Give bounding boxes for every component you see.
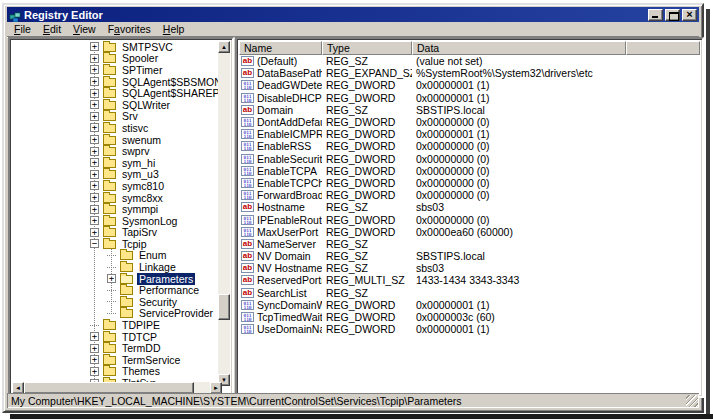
registry-editor-icon bbox=[9, 9, 21, 21]
tree-item-linkage[interactable]: Linkage bbox=[12, 261, 222, 273]
tree-item-swprv[interactable]: +swprv bbox=[12, 145, 222, 157]
expand-box-icon[interactable]: + bbox=[90, 170, 99, 179]
column-header-data[interactable]: Data bbox=[412, 41, 626, 55]
tree-item-sqlwriter[interactable]: +SQLWriter bbox=[12, 99, 222, 111]
expand-box-icon[interactable]: + bbox=[90, 65, 99, 74]
menu-file[interactable]: File bbox=[8, 22, 37, 37]
value-name-cell: 011110MaxUserPort bbox=[239, 226, 322, 238]
scroll-up-icon[interactable]: ▲ bbox=[218, 41, 230, 53]
expand-box-icon[interactable]: + bbox=[90, 332, 99, 341]
resize-grip-icon[interactable] bbox=[686, 395, 698, 407]
tree-item-smtpsvc[interactable]: +SMTPSVC bbox=[12, 41, 222, 53]
value-row-nv-domain[interactable]: abNV DomainREG_SZSBSTIPS.local bbox=[239, 250, 700, 262]
expand-box-icon[interactable]: + bbox=[90, 123, 99, 132]
value-row-domain[interactable]: abDomainREG_SZSBSTIPS.local bbox=[239, 104, 700, 116]
value-row-nameserver[interactable]: abNameServerREG_SZ bbox=[239, 238, 700, 250]
value-row-deadgwdetectd-[interactable]: 011110DeadGWDetectD...REG_DWORD0x0000000… bbox=[239, 79, 700, 91]
tree-item-security[interactable]: Security bbox=[12, 296, 222, 308]
value-row-tcptimedwaitdelay[interactable]: 011110TcpTimedWaitDelayREG_DWORD0x000000… bbox=[239, 311, 700, 323]
expand-box-icon[interactable]: + bbox=[90, 344, 99, 353]
value-row-dontadddefaultg-[interactable]: 011110DontAddDefaultG...REG_DWORD0x00000… bbox=[239, 116, 700, 128]
tree-item-sptimer[interactable]: +SPTimer bbox=[12, 64, 222, 76]
expand-box-icon[interactable]: + bbox=[90, 89, 99, 98]
expand-box-icon[interactable]: + bbox=[90, 216, 99, 225]
expand-box-icon[interactable]: + bbox=[90, 112, 99, 121]
expand-box-icon[interactable]: + bbox=[90, 181, 99, 190]
tree-item-tcpip[interactable]: −Tcpip bbox=[12, 238, 222, 250]
expand-box-icon[interactable]: + bbox=[90, 158, 99, 167]
expand-box-icon[interactable]: + bbox=[90, 135, 99, 144]
value-name-cell: 011110EnableRSS bbox=[239, 140, 322, 152]
expand-box-icon[interactable]: + bbox=[90, 54, 99, 63]
close-button-icon[interactable] bbox=[682, 9, 697, 21]
tree-item-symc810[interactable]: +symc810 bbox=[12, 180, 222, 192]
collapse-box-icon[interactable]: − bbox=[90, 239, 99, 248]
expand-box-icon[interactable]: + bbox=[90, 100, 99, 109]
value-row-enablerss[interactable]: 011110EnableRSSREG_DWORD0x00000000 (0) bbox=[239, 140, 700, 152]
vertical-scroll-track[interactable] bbox=[218, 53, 230, 374]
tree-item-symmpi[interactable]: +symmpi bbox=[12, 203, 222, 215]
value-row-nv-hostname[interactable]: abNV HostnameREG_SZsbs03 bbox=[239, 262, 700, 274]
minimize-button-icon[interactable] bbox=[648, 9, 663, 21]
maximize-button-icon[interactable] bbox=[665, 9, 680, 21]
tree-item-sym_hi[interactable]: +sym_hi bbox=[12, 157, 222, 169]
tree-item-spooler[interactable]: +Spooler bbox=[12, 53, 222, 65]
tree-item-stisvc[interactable]: +stisvc bbox=[12, 122, 222, 134]
tree-item-sysmonlog[interactable]: +SysmonLog bbox=[12, 215, 222, 227]
column-header-type[interactable]: Type bbox=[322, 41, 412, 55]
value-row--default-[interactable]: ab(Default)REG_SZ(value not set) bbox=[239, 55, 700, 67]
title-bar[interactable]: Registry Editor bbox=[7, 7, 699, 22]
expand-box-icon[interactable]: + bbox=[90, 193, 99, 202]
vertical-scroll-thumb[interactable] bbox=[218, 294, 230, 320]
menu-edit[interactable]: Edit bbox=[37, 22, 67, 37]
column-header-name[interactable]: Name bbox=[239, 41, 322, 55]
tree-item-themes[interactable]: +Themes bbox=[12, 366, 222, 378]
tree-item-parameters[interactable]: +Parameters bbox=[12, 273, 222, 285]
tree-item-termdd[interactable]: +TermDD bbox=[12, 342, 222, 354]
value-row-enabletcpchimney[interactable]: 011110EnableTCPChimneyREG_DWORD0x0000000… bbox=[239, 177, 700, 189]
expand-box-icon[interactable]: + bbox=[90, 42, 99, 51]
tree-item-srv[interactable]: +Srv bbox=[12, 111, 222, 123]
value-row-ipenablerouter[interactable]: 011110IPEnableRouterREG_DWORD0x00000000 … bbox=[239, 213, 700, 225]
tree-item-sym_u3[interactable]: +sym_u3 bbox=[12, 169, 222, 181]
value-row-searchlist[interactable]: abSearchListREG_SZ bbox=[239, 287, 700, 299]
tree-item-tapisrv[interactable]: +TapiSrv bbox=[12, 227, 222, 239]
tree-item-sqlagent$sbsmonitoring[interactable]: +SQLAgent$SBSMONITORING bbox=[12, 76, 222, 88]
menu-view[interactable]: View bbox=[67, 22, 102, 37]
value-row-enablesecurityfil-[interactable]: 011110EnableSecurityFil...REG_DWORD0x000… bbox=[239, 153, 700, 165]
tree-item-symc8xx[interactable]: +symc8xx bbox=[12, 192, 222, 204]
tree-item-termservice[interactable]: +TermService bbox=[12, 354, 222, 366]
value-data: 0x00000001 (1) bbox=[412, 79, 700, 91]
expand-box-icon[interactable]: + bbox=[90, 228, 99, 237]
expand-box-icon[interactable]: + bbox=[90, 367, 99, 376]
tree-item-serviceprovider[interactable]: ServiceProvider bbox=[12, 308, 222, 320]
tree-item-tdpipe[interactable]: TDPIPE bbox=[12, 319, 222, 331]
value-row-enabletcpa[interactable]: 011110EnableTCPAREG_DWORD0x00000000 (0) bbox=[239, 165, 700, 177]
value-row-syncdomainwith-[interactable]: 011110SyncDomainWith...REG_DWORD0x000000… bbox=[239, 299, 700, 311]
tree-item-performance[interactable]: Performance bbox=[12, 284, 222, 296]
value-row-usedomainname-[interactable]: 011110UseDomainName...REG_DWORD0x0000000… bbox=[239, 323, 700, 335]
expand-box-icon[interactable]: + bbox=[90, 355, 99, 364]
value-row-enableicmpredir-[interactable]: 011110EnableICMPRedir...REG_DWORD0x00000… bbox=[239, 128, 700, 140]
tree-connector bbox=[107, 313, 116, 314]
value-row-disabledhcpmedi-[interactable]: 011110DisableDHCPMedi...REG_DWORD0x00000… bbox=[239, 92, 700, 104]
value-row-forwardbroadcasts[interactable]: 011110ForwardBroadcastsREG_DWORD0x000000… bbox=[239, 189, 700, 201]
tree-vertical-scrollbar[interactable]: ▲ ▼ bbox=[218, 41, 230, 386]
expand-box-icon[interactable]: + bbox=[90, 77, 99, 86]
value-row-hostname[interactable]: abHostnameREG_SZsbs03 bbox=[239, 201, 700, 213]
value-row-databasepath[interactable]: abDataBasePathREG_EXPAND_SZ%SystemRoot%\… bbox=[239, 67, 700, 79]
tree-item-tdtcp[interactable]: +TDTCP bbox=[12, 331, 222, 343]
tree-item-sqlagent$sharepoint[interactable]: +SQLAgent$SHAREPOINT bbox=[12, 87, 222, 99]
expand-box-icon[interactable]: + bbox=[90, 147, 99, 156]
value-name: SyncDomainWith... bbox=[257, 299, 322, 311]
value-row-reservedports[interactable]: abReservedPortsREG_MULTI_SZ1433-1434 334… bbox=[239, 274, 700, 286]
value-name-cell: ab(Default) bbox=[239, 55, 322, 67]
tree-item-enum[interactable]: Enum bbox=[12, 250, 222, 262]
menu-help[interactable]: Help bbox=[157, 22, 191, 37]
value-row-maxuserport[interactable]: 011110MaxUserPortREG_DWORD0x0000ea60 (60… bbox=[239, 226, 700, 238]
menu-favorites[interactable]: Favorites bbox=[102, 22, 157, 37]
expand-box-icon[interactable]: + bbox=[107, 274, 116, 283]
tree-item-swenum[interactable]: +swenum bbox=[12, 134, 222, 146]
expand-box-icon[interactable]: + bbox=[90, 205, 99, 214]
tree-item-label: swenum bbox=[120, 134, 163, 146]
